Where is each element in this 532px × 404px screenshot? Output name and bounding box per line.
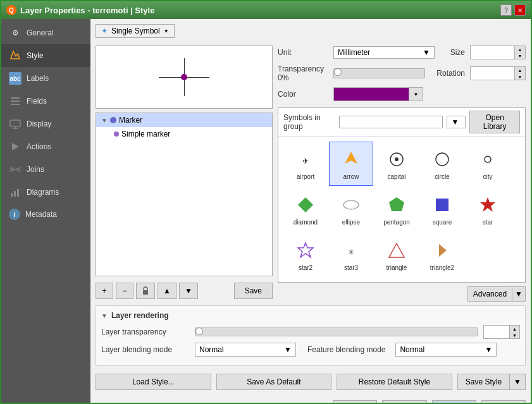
layer-transparency-label: Layer transparency <box>101 327 190 336</box>
svg-rect-10 <box>14 191 16 197</box>
symbol-cell-triangle[interactable]: triangle <box>374 233 419 277</box>
style-buttons-row: Load Style... Save As Default Restore De… <box>96 370 526 394</box>
sidebar-item-fields[interactable]: Fields <box>1 90 90 113</box>
layer-transparency-slider[interactable] <box>195 327 478 336</box>
sidebar-item-diagrams[interactable]: Diagrams <box>1 181 90 204</box>
size-spinner-controls: ▲ ▼ <box>515 46 525 59</box>
feature-blend-arrow-icon: ▼ <box>485 345 493 354</box>
symbol-cell-city[interactable]: city <box>466 142 510 186</box>
triangle2-icon <box>431 239 454 262</box>
dropdown-arrow-icon: ▼ <box>164 28 169 34</box>
transparency-up-button[interactable]: ▲ <box>509 326 519 332</box>
transparency-slider[interactable] <box>333 68 425 78</box>
advanced-dropdown-button[interactable]: ▼ <box>512 286 526 302</box>
size-down-button[interactable]: ▼ <box>515 52 525 59</box>
symbol-cell-star3[interactable]: ✳ star3 <box>329 233 373 277</box>
symbol-type-dropdown[interactable]: ✦ Single Symbol ▼ <box>96 24 175 38</box>
rotation-input[interactable]: 0.00° <box>471 67 515 80</box>
svg-rect-0 <box>11 97 20 99</box>
add-layer-button[interactable]: + <box>96 283 113 299</box>
advanced-main-button[interactable]: Advanced <box>467 286 512 302</box>
collapse-icon[interactable]: ▼ <box>101 312 108 319</box>
help-dialog-button[interactable]: Help <box>481 400 526 403</box>
sidebar-item-general[interactable]: ⚙ General <box>1 21 90 44</box>
symbol-cell-triangle2[interactable]: triangle2 <box>420 233 464 277</box>
size-spinner[interactable]: 2.00000 ▲ ▼ <box>470 46 526 59</box>
symbol-selector-row: ✦ Single Symbol ▼ <box>96 24 526 38</box>
cancel-button[interactable]: Cancel <box>382 400 427 403</box>
actions-icon <box>9 140 22 153</box>
rotation-down-button[interactable]: ▼ <box>515 73 525 80</box>
sidebar-item-metadata[interactable]: i Metadata <box>1 204 90 225</box>
color-dropdown-button[interactable]: ▼ <box>409 87 423 101</box>
remove-layer-button[interactable]: − <box>116 283 133 299</box>
unit-label: Unit <box>278 48 328 57</box>
size-input[interactable]: 2.00000 <box>471 46 515 59</box>
move-up-button[interactable]: ▲ <box>158 283 176 299</box>
layer-blend-mode-dropdown[interactable]: Normal ▼ <box>195 343 296 357</box>
save-style-button[interactable]: Save Style <box>457 374 509 390</box>
symbols-search-input[interactable] <box>339 116 443 128</box>
svg-text:✈: ✈ <box>302 157 309 166</box>
move-down-button[interactable]: ▼ <box>179 283 198 299</box>
open-library-button[interactable]: Open Library <box>469 111 520 133</box>
symbol-cell-circle[interactable]: circle <box>420 142 464 186</box>
transparency-value-spinner[interactable]: 0 ▲ ▼ <box>483 325 520 339</box>
tree-item-simple-marker[interactable]: Simple marker <box>96 127 272 141</box>
symbol-cell-airport[interactable]: ✈ airport <box>283 142 328 186</box>
sidebar-item-display[interactable]: Display <box>1 113 90 135</box>
circle-label: circle <box>435 173 449 180</box>
symbols-filter-dropdown[interactable]: ▼ <box>447 116 466 128</box>
star3-icon: ✳ <box>340 239 362 262</box>
sidebar-item-labels[interactable]: abc Labels <box>1 67 90 90</box>
advanced-row: Advanced ▼ <box>278 286 526 302</box>
unit-dropdown[interactable]: Millimeter ▼ <box>333 46 435 59</box>
save-style-dropdown-button[interactable]: ▼ <box>509 374 526 390</box>
sidebar-item-style[interactable]: Style <box>1 44 90 67</box>
symbol-cell-star[interactable]: star <box>466 187 510 231</box>
tree-item-marker[interactable]: ▼ Marker <box>96 113 272 127</box>
crosshair <box>159 58 209 96</box>
ellipse-icon <box>340 193 362 216</box>
transparency-down-button[interactable]: ▼ <box>509 332 519 338</box>
content-area: ⚙ General Style abc Labels Fields <box>1 19 531 403</box>
symbol-cell-star2[interactable]: star2 <box>283 233 328 277</box>
sidebar: ⚙ General Style abc Labels Fields <box>1 19 90 403</box>
symbol-cell-pentagon[interactable]: pentagon <box>374 187 419 231</box>
sidebar-item-joins[interactable]: Joins <box>1 158 90 181</box>
size-up-button[interactable]: ▲ <box>515 46 525 52</box>
svg-point-16 <box>395 157 399 161</box>
window-title: Layer Properties - terremoti | Style <box>20 6 154 15</box>
layer-blend-value: Normal <box>199 345 224 354</box>
color-swatch[interactable] <box>333 87 409 101</box>
star-label: star <box>483 219 493 226</box>
load-style-button[interactable]: Load Style... <box>96 374 211 390</box>
transparency-value-input[interactable]: 0 <box>484 326 509 338</box>
arrow-icon <box>340 148 362 171</box>
symbol-cell-capital[interactable]: capital <box>374 142 419 186</box>
rotation-spinner[interactable]: 0.00° ▲ ▼ <box>470 66 526 80</box>
symbol-cell-diamond[interactable]: diamond <box>283 187 328 231</box>
sidebar-item-actions[interactable]: Actions <box>1 135 90 158</box>
help-button[interactable]: ? <box>500 4 512 16</box>
svg-marker-27 <box>439 244 447 257</box>
save-as-default-button[interactable]: Save As Default <box>216 374 332 390</box>
svg-point-20 <box>343 200 359 209</box>
lock-layer-button[interactable] <box>136 283 155 299</box>
restore-default-button[interactable]: Restore Default Style <box>337 374 452 390</box>
svg-marker-19 <box>298 197 313 212</box>
feature-blend-mode-dropdown[interactable]: Normal ▼ <box>395 343 497 357</box>
save-button[interactable]: Save <box>234 283 273 299</box>
symbol-type-icon: ✦ <box>101 27 108 35</box>
rotation-up-button[interactable]: ▲ <box>515 67 525 73</box>
apply-button[interactable]: Apply <box>432 400 476 403</box>
circle-icon <box>431 148 454 171</box>
svg-marker-26 <box>389 243 404 257</box>
ok-button[interactable]: OK <box>333 400 377 403</box>
transparency-row: Transparency 0% Rotation 0.00° ▲ ▼ <box>278 64 526 82</box>
symbol-cell-arrow[interactable]: arrow <box>329 142 373 186</box>
sidebar-label-actions: Actions <box>27 142 51 151</box>
symbol-cell-ellipse[interactable]: ellipse <box>329 187 373 231</box>
close-button[interactable]: ✕ <box>514 4 526 16</box>
symbol-cell-square[interactable]: square <box>420 187 464 231</box>
